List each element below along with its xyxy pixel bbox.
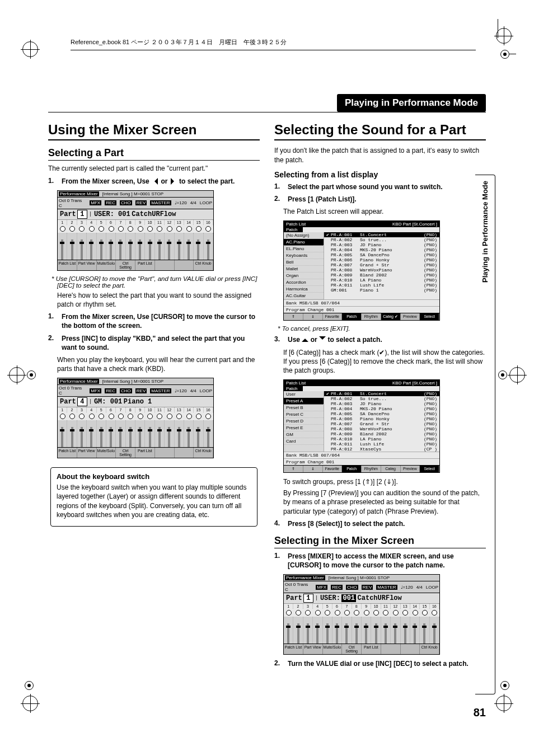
- text: To switch groups, press [1 (⇑)] [2 (⇓)].: [283, 477, 486, 486]
- crop-mark: [9, 367, 25, 383]
- heading-selecting-sound: Selecting the Sound for a Part: [274, 123, 486, 140]
- text: When you play the keyboard, you will hea…: [57, 355, 260, 373]
- text: The Patch List screen will appear.: [283, 207, 486, 216]
- crop-mark: [509, 367, 525, 383]
- screenshot-mixer-2: Performance Mixer[Internal Song ] M=0001…: [57, 378, 214, 458]
- step-text: From the Mixer screen, Use [CURSOR] to m…: [62, 312, 260, 330]
- step-text: Turn the VALUE dial or use [INC] [DEC] t…: [288, 659, 469, 668]
- step-number: 2.: [274, 659, 283, 668]
- arrow-down-icon: [319, 336, 326, 343]
- crop-mark: [496, 28, 512, 44]
- arrow-up-icon: [302, 335, 308, 342]
- step-text: Press [MIXER] to access the MIXER screen…: [288, 552, 486, 570]
- heading-list-display: Selecting from a list display: [274, 170, 486, 179]
- callout-body: Use the keyboard switch when you want to…: [57, 483, 251, 519]
- crop-dot: [25, 681, 34, 690]
- step-number: 3.: [274, 335, 283, 344]
- text: If you don't like the patch that is assi…: [274, 146, 486, 164]
- text: If [6 (Categ)] has a check mark (✔), the…: [283, 348, 486, 375]
- heading-mixer: Using the Mixer Screen: [48, 123, 260, 140]
- book-header: Reference_e.book 81 ページ ２００３年７月１４日 月曜日 午…: [71, 38, 476, 50]
- arrow-right-icon: [171, 178, 177, 185]
- note: * To cancel, press [EXIT].: [283, 325, 486, 332]
- text: The currently selected part is called th…: [48, 164, 260, 173]
- screenshot-patchlist-2: Patch ListKBD Part [St.Concert ] Patch U…: [283, 379, 440, 473]
- side-tab: Playing in Performance Mode: [475, 175, 495, 694]
- step-number: 1.: [48, 312, 57, 330]
- crop-dot: [27, 370, 36, 379]
- crop-dot: [500, 681, 509, 690]
- note: * Use [CURSOR] to move the "Part", and t…: [57, 275, 260, 289]
- step-text: Press [1 (Patch List)].: [288, 195, 357, 204]
- crop-mark: [496, 696, 512, 711]
- step-number: 2.: [48, 334, 57, 352]
- page-number: 81: [474, 706, 486, 719]
- callout-keyboard-switch: About the keyboard switch Use the keyboa…: [50, 467, 257, 527]
- step-text: Press [8 (Select)] to select the patch.: [288, 519, 405, 528]
- crop-mark: [22, 696, 38, 711]
- step-number: 1.: [48, 177, 57, 186]
- screenshot-mixer-1: Performance Mixer [Internal Song ] M=000…: [57, 190, 214, 271]
- text: Here's how to select the part that you w…: [57, 291, 260, 309]
- crop-mark: [22, 41, 38, 57]
- heading-selecting-part: Selecting a Part: [48, 147, 260, 161]
- step-number: 2.: [274, 195, 283, 204]
- crop-mark: [509, 54, 516, 54]
- screenshot-mixer-3: Performance Mixer[Internal Song ] M=0001…: [283, 574, 440, 655]
- crop-dot: [498, 370, 507, 379]
- text: By Pressing [7 (Preview)] you can auditi…: [283, 489, 486, 516]
- crop-mark: [498, 19, 498, 38]
- arrow-left-icon: [151, 178, 158, 185]
- step-number: 1.: [274, 552, 283, 570]
- heading-selecting-mixer: Selecting in the Mixer Screen: [274, 535, 486, 548]
- crop-dot: [500, 50, 509, 59]
- step-text: Select the part whose sound you want to …: [288, 182, 443, 191]
- callout-title: About the keyboard switch: [57, 472, 251, 481]
- screenshot-patchlist-1: Patch ListKBD Part [St.Concert ] Patch (…: [283, 220, 440, 321]
- step-number: 1.: [274, 182, 283, 191]
- page-title-banner: Playing in Performance Mode: [337, 94, 486, 112]
- step-text: Press [INC] to display "KBD," and select…: [62, 334, 260, 352]
- step-number: 4.: [274, 519, 283, 528]
- step-text: Use or to select a patch.: [288, 335, 382, 344]
- step-text: From the Mixer screen, Use or to select …: [62, 177, 235, 186]
